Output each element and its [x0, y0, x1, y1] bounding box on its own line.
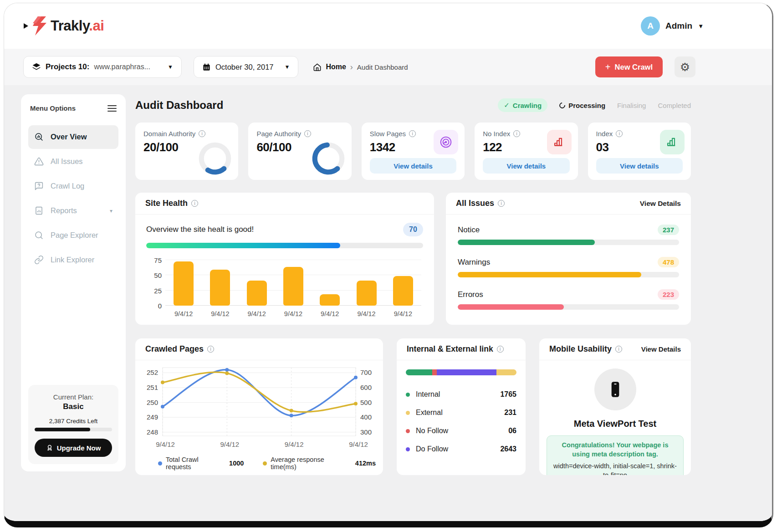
question-bubble-icon [34, 181, 44, 191]
bars [165, 260, 421, 306]
view-details-button[interactable]: View details [596, 158, 683, 174]
x-tick-label: 9/4/12 [312, 310, 348, 317]
line-chart-legend: Total Crawl requests 1000 Average respon… [158, 456, 376, 471]
svg-text:300: 300 [360, 428, 372, 436]
medal-icon [46, 444, 53, 451]
status-finalising[interactable]: Finalising [617, 102, 646, 109]
logo-text: Trakly.ai [51, 18, 104, 34]
panel-title: All Issues [456, 199, 494, 208]
legend-dot [158, 461, 162, 466]
link-label: External [416, 409, 443, 417]
plan-label: Current Plan: [35, 393, 112, 401]
search-icon [34, 230, 44, 240]
stacked-segment [406, 369, 432, 375]
upgrade-button[interactable]: Upgrade Now [35, 439, 112, 457]
user-menu[interactable]: A Admin ▼ [641, 16, 704, 36]
bar-chart-icon [547, 130, 572, 154]
status-processing[interactable]: Processing [559, 102, 605, 109]
link-value: 2643 [500, 445, 516, 453]
link-value: 231 [504, 409, 516, 417]
legend-dot [406, 447, 410, 451]
avatar[interactable]: A [641, 16, 660, 36]
info-icon[interactable] [207, 346, 214, 353]
info-icon[interactable] [498, 200, 505, 207]
info-icon[interactable] [199, 130, 205, 137]
info-icon[interactable] [409, 130, 416, 137]
link-label: No Follow [416, 427, 448, 435]
view-details-button[interactable]: View details [483, 158, 569, 174]
alert-triangle-icon [34, 157, 44, 166]
main-area: Menu Options Over View All Issues [4, 85, 772, 523]
issue-count-badge: 223 [658, 289, 679, 300]
info-icon[interactable] [513, 130, 520, 137]
data-point [354, 402, 358, 405]
svg-text:400: 400 [360, 413, 372, 421]
panel-title: Crawled Pages [145, 344, 204, 354]
credits-progress-track [35, 428, 112, 431]
calendar-icon [202, 63, 211, 72]
breadcrumb-home[interactable]: Home [326, 63, 346, 71]
phone-icon [594, 368, 636, 410]
x-tick-label: 9/4/12 [202, 310, 238, 317]
info-icon[interactable] [616, 130, 623, 137]
view-details-button[interactable]: View details [370, 158, 456, 174]
layers-icon [32, 62, 41, 72]
date-picker[interactable]: October 30, 2017 ▼ [194, 56, 298, 78]
sidebar-item-crawl-log[interactable]: Crawl Log [28, 174, 118, 198]
settings-button[interactable]: ⚙ [675, 56, 695, 77]
sidebar-item-overview[interactable]: Over View [28, 125, 118, 149]
bar [174, 261, 194, 306]
link-row-external: External 231 [406, 404, 516, 422]
stat-card-slow-pages: Slow Pages 1342 View details [362, 123, 465, 180]
sidebar-item-label: Reports [51, 206, 77, 215]
data-point [290, 414, 293, 417]
user-name: Admin [665, 21, 692, 31]
legend-dot [263, 461, 267, 466]
sidebar-item-all-issues[interactable]: All Issues [28, 150, 118, 174]
svg-text:9/4/12: 9/4/12 [285, 440, 304, 448]
sidebar-item-reports[interactable]: Reports ▾ [28, 199, 118, 223]
sidebar-item-label: Link Explorer [51, 256, 94, 264]
logo-icon [31, 16, 48, 36]
credits-progress-fill [35, 428, 90, 431]
bar-chart-icon [660, 130, 685, 154]
chevron-down-icon[interactable]: ▼ [698, 23, 704, 30]
y-tick-label: 50 [147, 271, 162, 279]
link-value: 1765 [500, 390, 516, 399]
info-icon[interactable] [191, 200, 198, 207]
stat-card-page-authority: Page Authority 60/100 [248, 123, 351, 180]
hamburger-icon[interactable] [107, 103, 117, 113]
viewport-test-title: Meta ViewPort Test [547, 419, 684, 429]
status-crawling[interactable]: ✓ Crawling [498, 98, 547, 112]
info-icon[interactable] [497, 346, 504, 353]
issue-progress-track [458, 240, 679, 245]
stat-label: Page Authority [256, 130, 301, 138]
view-details-link[interactable]: View Details [640, 200, 681, 208]
bar [283, 267, 303, 306]
data-point [354, 376, 358, 379]
issue-progress-fill [458, 272, 641, 277]
content: Audit Dashboard ✓ Crawling Processing Fi… [135, 94, 691, 523]
view-details-link[interactable]: View Details [641, 345, 681, 353]
svg-text:251: 251 [147, 384, 158, 391]
issue-progress-track [458, 272, 679, 277]
crawled-pages-panel: Crawled Pages 25270025160025050024940024… [135, 338, 383, 475]
info-icon[interactable] [304, 130, 311, 137]
sidebar-item-label: All Issues [51, 157, 83, 166]
site-health-score-badge: 70 [403, 223, 423, 236]
viewport-result-box: Congratulations! Your webpage is using m… [547, 435, 684, 475]
stat-card-index: Index 03 View details [588, 123, 691, 180]
issue-count-badge: 237 [658, 225, 679, 235]
projects-dropdown[interactable]: Projects 10: www.paraphras... ▼ [23, 56, 182, 78]
status-completed[interactable]: Completed [658, 102, 691, 109]
sidebar-item-link-explorer[interactable]: Link Explorer [28, 248, 118, 272]
stacked-segment [437, 369, 496, 375]
stacked-segment [432, 369, 437, 375]
breadcrumb: Home › Audit Dashboard [313, 62, 408, 72]
stat-label: Domain Authority [143, 130, 195, 138]
legend-dot [406, 429, 410, 433]
sidebar-item-page-explorer[interactable]: Page Explorer [28, 224, 118, 247]
bar [247, 281, 267, 306]
new-crawl-button[interactable]: + New Crawl [595, 56, 663, 77]
info-icon[interactable] [615, 346, 622, 353]
